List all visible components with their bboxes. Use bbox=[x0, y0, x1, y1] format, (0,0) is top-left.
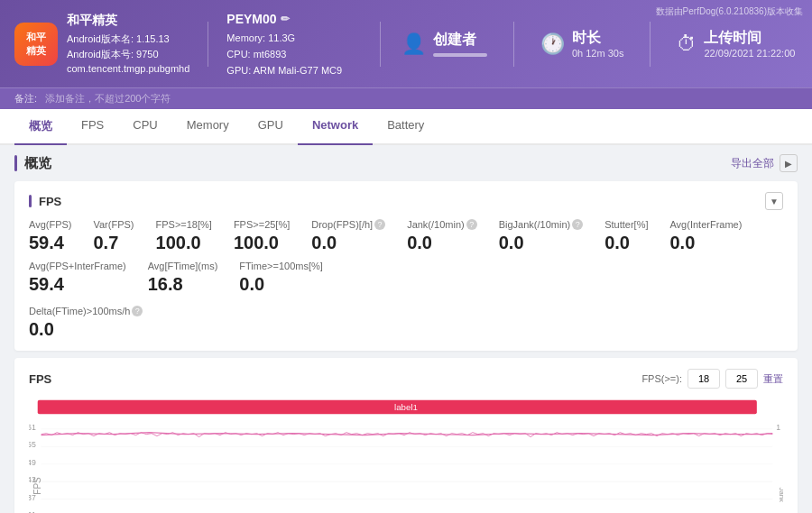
stat-delta-ftime: Delta(FTime)>100ms/h ? 0.0 bbox=[29, 306, 783, 340]
android-version: Android版本名: 1.15.13 bbox=[67, 32, 189, 47]
fps-collapse-button[interactable]: ▼ bbox=[765, 192, 783, 210]
chart-svg: label1 61 55 49 43 37 31 24 12 0 1 0 Jan… bbox=[29, 396, 783, 513]
fps-input-1[interactable] bbox=[687, 369, 720, 389]
fps-second-row: Delta(FTime)>100ms/h ? 0.0 bbox=[29, 306, 783, 340]
overview-title: 概览 bbox=[24, 155, 51, 172]
stat-ftime-100ms: FTime>=100ms[%] 0.0 bbox=[239, 261, 323, 295]
upload-stat: ⏱ 上传时间 22/09/2021 21:22:00 bbox=[677, 29, 795, 59]
data-source-label: 数据由PerfDog(6.0.210836)版本收集 bbox=[656, 5, 803, 18]
fps-gte-label: FPS(>=): bbox=[641, 373, 682, 384]
creator-icon: 👤 bbox=[401, 32, 426, 56]
upload-icon: ⏱ bbox=[677, 32, 697, 56]
creator-label: 创建者 bbox=[433, 31, 487, 50]
svg-text:Jank: Jank bbox=[778, 488, 783, 503]
creator-stat: 👤 创建者 bbox=[401, 31, 487, 57]
fps-section-title: FPS bbox=[39, 195, 61, 208]
game-info: 和平精英 和平精英 Android版本名: 1.15.13 Android版本号… bbox=[14, 11, 189, 77]
clock-icon: 🕐 bbox=[540, 32, 565, 56]
stat-avg-interframe: Avg(InterFrame) 0.0 bbox=[669, 219, 742, 253]
header-divider3 bbox=[513, 22, 514, 67]
title-bar bbox=[14, 155, 17, 171]
android-code: Android版本号: 9750 bbox=[67, 47, 189, 62]
header-divider2 bbox=[380, 22, 381, 67]
svg-text:61: 61 bbox=[29, 423, 36, 432]
fps-title-bar bbox=[29, 195, 32, 207]
help-icon-jank[interactable]: ? bbox=[466, 219, 477, 230]
chart-title: FPS bbox=[29, 372, 51, 386]
nav-tabs: 概览 FPS CPU Memory GPU Network Battery bbox=[0, 109, 812, 145]
edit-icon[interactable]: ✏ bbox=[281, 11, 290, 28]
header-divider4 bbox=[650, 22, 651, 67]
stat-var-fps: Var(FPS) 0.7 bbox=[93, 219, 134, 253]
header-stats: 👤 创建者 🕐 时长 0h 12m 30s ⏱ 上传时间 2 bbox=[399, 22, 798, 67]
reset-button[interactable]: 重置 bbox=[763, 372, 783, 386]
svg-text:55: 55 bbox=[29, 440, 36, 449]
overview-actions: 导出全部 ▶ bbox=[731, 154, 798, 172]
gpu-info: GPU: ARM Mali-G77 MC9 bbox=[226, 63, 362, 79]
stat-avg-ftime: Avg[FTime](ms) 16.8 bbox=[148, 261, 218, 295]
game-details: 和平精英 Android版本名: 1.15.13 Android版本号: 975… bbox=[67, 11, 189, 77]
fps-chart-section: FPS FPS(>=): 重置 label1 61 55 49 43 37 31 bbox=[14, 358, 798, 513]
stat-fps-18: FPS>=18[%] 100.0 bbox=[156, 219, 212, 253]
chart-header: FPS FPS(>=): 重置 bbox=[29, 369, 783, 389]
stat-avg-fps-interframe: Avg(FPS+InterFrame) 59.4 bbox=[29, 261, 126, 295]
chart-wrapper: label1 61 55 49 43 37 31 24 12 0 1 0 Jan… bbox=[29, 396, 783, 513]
stat-bigjank: BigJank(/10min) ? 0.0 bbox=[499, 219, 583, 253]
upload-label: 上传时间 bbox=[704, 29, 795, 48]
tab-battery[interactable]: Battery bbox=[373, 109, 438, 145]
help-icon-bigjank[interactable]: ? bbox=[572, 219, 583, 230]
tab-cpu[interactable]: CPU bbox=[118, 109, 171, 145]
game-icon: 和平精英 bbox=[14, 23, 58, 66]
collapse-button[interactable]: ▶ bbox=[780, 154, 798, 172]
stat-stutter: Stutter[%] 0.0 bbox=[604, 219, 648, 253]
duration-label: 时长 bbox=[572, 29, 623, 48]
fps-controls: FPS(>=): 重置 bbox=[641, 369, 783, 389]
fps-stats-title: FPS bbox=[29, 195, 61, 208]
cpu-info: CPU: mt6893 bbox=[226, 47, 362, 63]
fps-input-2[interactable] bbox=[725, 369, 758, 389]
svg-text:label1: label1 bbox=[394, 403, 418, 413]
fps-stats-header: FPS ▼ bbox=[29, 192, 783, 210]
duration-value: 0h 12m 30s bbox=[572, 48, 623, 59]
stat-fps-25: FPS>=25[%] 100.0 bbox=[234, 219, 290, 253]
overview-title-row: 概览 bbox=[14, 155, 51, 172]
note-label: 备注: bbox=[14, 93, 37, 104]
stat-avg-fps: Avg(FPS) 59.4 bbox=[29, 219, 71, 253]
note-placeholder: 添加备注，不超过200个字符 bbox=[45, 93, 171, 104]
tab-memory[interactable]: Memory bbox=[172, 109, 244, 145]
stat-jank: Jank(/10min) ? 0.0 bbox=[407, 219, 477, 253]
tab-overview[interactable]: 概览 bbox=[14, 109, 67, 145]
upload-value: 22/09/2021 21:22:00 bbox=[704, 48, 795, 59]
creator-bar bbox=[433, 53, 487, 57]
fps-stats-section: FPS ▼ Avg(FPS) 59.4 Var(FPS) 0.7 FPS>=18… bbox=[14, 181, 798, 351]
duration-stat: 🕐 时长 0h 12m 30s bbox=[540, 29, 623, 59]
fps-stats-row: Avg(FPS) 59.4 Var(FPS) 0.7 FPS>=18[%] 10… bbox=[29, 219, 783, 302]
overview-header: 概览 导出全部 ▶ bbox=[14, 154, 798, 172]
device-name: PEYM00 ✏ bbox=[226, 9, 362, 29]
tab-network[interactable]: Network bbox=[298, 109, 373, 145]
tab-gpu[interactable]: GPU bbox=[244, 109, 298, 145]
tab-fps[interactable]: FPS bbox=[67, 109, 118, 145]
svg-text:49: 49 bbox=[29, 458, 36, 467]
stat-drop-fps: Drop(FPS)[/h] ? 0.0 bbox=[311, 219, 385, 253]
export-button[interactable]: 导出全部 bbox=[731, 156, 774, 171]
package-name: com.tencent.tmgp.pubgmhd bbox=[67, 61, 189, 77]
header-divider bbox=[208, 22, 208, 67]
svg-text:1: 1 bbox=[776, 423, 780, 432]
y-axis-label: FPS bbox=[32, 477, 42, 494]
game-title: 和平精英 bbox=[67, 11, 189, 30]
memory-info: Memory: 11.3G bbox=[226, 31, 362, 47]
help-icon-delta[interactable]: ? bbox=[132, 306, 143, 316]
main-content: 概览 导出全部 ▶ FPS ▼ Avg(FPS) 59.4 Var(FPS) 0… bbox=[0, 145, 812, 513]
device-info: PEYM00 ✏ Memory: 11.3G CPU: mt6893 GPU: … bbox=[226, 9, 362, 78]
note-bar: 备注: 添加备注，不超过200个字符 bbox=[0, 87, 812, 109]
help-icon-drop[interactable]: ? bbox=[374, 219, 385, 230]
